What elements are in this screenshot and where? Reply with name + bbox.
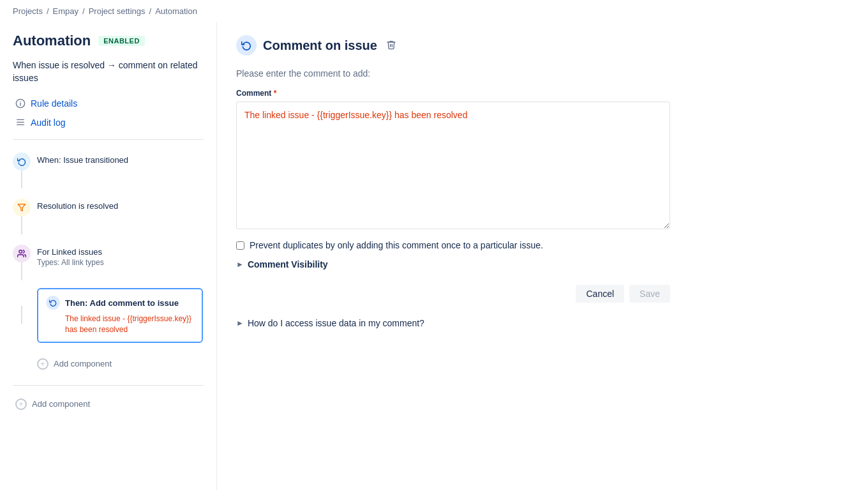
action-connector (13, 288, 31, 343)
divider-2 (13, 385, 204, 386)
chevron-right-icon: ► (236, 260, 244, 269)
rule-description: When issue is resolved → comment on rela… (13, 59, 204, 84)
breadcrumb-project-settings[interactable]: Project settings (89, 6, 146, 16)
cancel-button[interactable]: Cancel (576, 285, 624, 303)
rule-details-label: Rule details (31, 98, 77, 109)
breadcrumb: Projects / Empay / Project settings / Au… (0, 0, 868, 22)
linked-connector (13, 245, 31, 280)
audit-log-label: Audit log (31, 118, 65, 128)
comment-textarea[interactable]: The linked issue - {{triggerIssue.key}} … (236, 102, 670, 229)
linked-sublabel: Types: All link types (37, 258, 204, 267)
panel-icon (236, 35, 257, 56)
condition-connector (13, 199, 31, 234)
condition-icon (13, 199, 31, 216)
panel-header: Comment on issue (236, 35, 849, 56)
right-panel: Comment on issue Please enter the commen… (217, 22, 868, 490)
action-row: Then: Add comment to issue The linked is… (13, 285, 204, 345)
add-component-row-1: + Add component (13, 351, 204, 377)
connector-line-1 (21, 171, 22, 188)
workflow-condition[interactable]: Resolution is resolved (13, 193, 204, 239)
trigger-connector (13, 153, 31, 188)
comment-visibility-label: Comment Visibility (248, 259, 328, 269)
svg-rect-4 (17, 122, 24, 123)
action-card-header: Then: Add comment to issue (46, 296, 194, 310)
action-buttons: Cancel Save (236, 285, 670, 303)
add-circle-1: + (37, 358, 49, 370)
nav-audit-log[interactable]: Audit log (13, 114, 204, 132)
action-title: Then: Add comment to issue (65, 298, 179, 308)
panel-title: Comment on issue (263, 38, 377, 53)
add-component-2[interactable]: + Add component (13, 393, 204, 415)
linked-icon (13, 245, 31, 262)
action-body: The linked issue - {{triggerIssue.key}} … (65, 314, 194, 335)
divider (13, 139, 204, 140)
left-panel: Automation ENABLED When issue is resolve… (0, 22, 217, 490)
page-title: Automation (13, 33, 91, 49)
trigger-label: When: Issue transitioned (37, 155, 204, 165)
breadcrumb-empay[interactable]: Empay (53, 6, 79, 16)
action-card-icon (46, 296, 60, 310)
automation-header: Automation ENABLED (13, 33, 204, 49)
linked-label: For Linked issues (37, 247, 204, 257)
condition-label: Resolution is resolved (37, 201, 204, 211)
comment-visibility-section[interactable]: ► Comment Visibility (236, 259, 670, 269)
list-icon (15, 118, 26, 128)
svg-marker-6 (18, 204, 26, 211)
svg-point-7 (19, 250, 22, 254)
prevent-duplicates-label: Prevent duplicates by only adding this c… (250, 240, 543, 250)
breadcrumb-sep-3: / (149, 6, 152, 16)
enabled-badge: ENABLED (98, 36, 145, 46)
add-component-label-1: Add component (54, 359, 112, 368)
save-button[interactable]: Save (629, 285, 670, 303)
condition-content: Resolution is resolved (37, 199, 204, 211)
workflow-linked[interactable]: For Linked issues Types: All link types (13, 239, 204, 285)
delete-icon[interactable] (384, 37, 399, 54)
add-circle-2: + (15, 398, 27, 410)
workflow-trigger[interactable]: When: Issue transitioned (13, 148, 204, 193)
add-component-1[interactable]: + Add component (37, 353, 112, 375)
trigger-content: When: Issue transitioned (37, 153, 204, 165)
panel-description: Please enter the comment to add: (236, 68, 849, 79)
nav-links: Rule details Audit log (13, 95, 204, 132)
add-component-label-2: Add component (32, 399, 90, 409)
prevent-duplicates-checkbox[interactable] (236, 241, 244, 250)
connector-line-2 (21, 216, 22, 234)
comment-field-label: Comment * (236, 89, 849, 98)
trigger-icon (13, 153, 31, 171)
checkbox-row: Prevent duplicates by only adding this c… (236, 240, 670, 250)
breadcrumb-current: Automation (155, 6, 197, 16)
breadcrumb-sep-1: / (47, 6, 49, 16)
required-marker: * (271, 89, 276, 98)
info-icon (15, 98, 26, 109)
connector-line-3 (21, 262, 22, 280)
connector-line-4 (21, 306, 22, 324)
nav-rule-details[interactable]: Rule details (13, 95, 204, 112)
svg-rect-5 (17, 125, 24, 125)
breadcrumb-projects[interactable]: Projects (13, 6, 43, 16)
linked-content: For Linked issues Types: All link types (37, 245, 204, 267)
action-card[interactable]: Then: Add comment to issue The linked is… (37, 288, 203, 343)
help-section[interactable]: ► How do I access issue data in my comme… (236, 318, 670, 328)
help-label: How do I access issue data in my comment… (248, 318, 424, 328)
help-chevron-icon: ► (236, 319, 244, 328)
breadcrumb-sep-2: / (82, 6, 85, 16)
svg-rect-3 (17, 119, 24, 120)
workflow: When: Issue transitioned Resolution is r… (13, 148, 204, 415)
